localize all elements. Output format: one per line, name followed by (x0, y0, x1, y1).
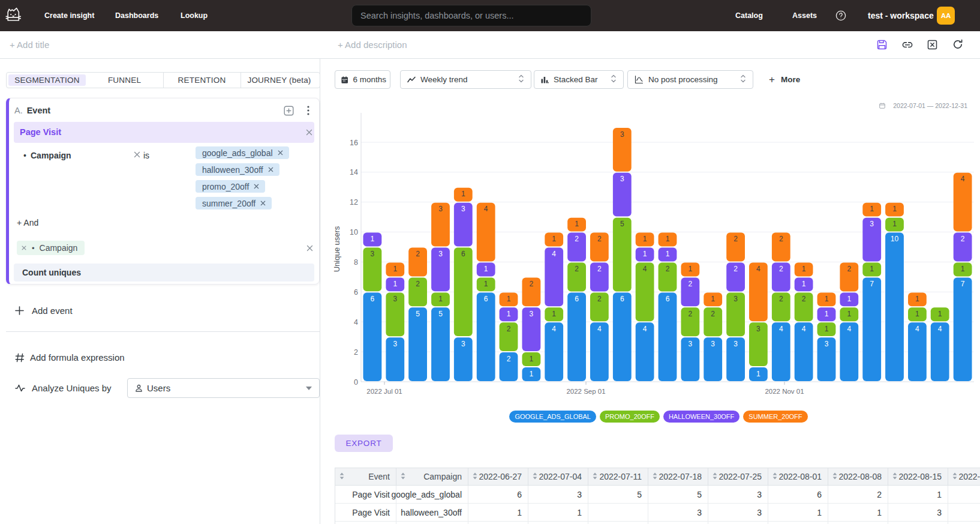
svg-text:2: 2 (597, 235, 602, 243)
svg-text:2: 2 (961, 235, 965, 243)
svg-text:4: 4 (643, 325, 647, 333)
svg-text:6: 6 (575, 295, 579, 303)
svg-text:1: 1 (825, 310, 829, 318)
svg-text:4: 4 (354, 318, 358, 327)
svg-text:1: 1 (643, 250, 647, 258)
svg-text:16: 16 (350, 139, 358, 147)
svg-text:1: 1 (666, 250, 670, 258)
svg-text:5: 5 (416, 310, 420, 318)
svg-text:1: 1 (575, 220, 579, 228)
svg-text:3: 3 (870, 220, 874, 228)
svg-text:1: 1 (802, 265, 806, 273)
svg-text:6: 6 (484, 295, 488, 303)
svg-text:1: 1 (847, 310, 851, 318)
svg-text:6: 6 (620, 295, 624, 303)
svg-text:2: 2 (847, 265, 851, 273)
svg-text:4: 4 (779, 325, 783, 333)
svg-text:2: 2 (734, 235, 738, 243)
svg-text:1: 1 (552, 235, 556, 243)
svg-text:2022 Nov 01: 2022 Nov 01 (765, 388, 804, 395)
svg-text:1: 1 (530, 370, 534, 378)
svg-text:1: 1 (461, 190, 465, 198)
svg-text:1: 1 (915, 310, 919, 318)
svg-text:4: 4 (552, 325, 556, 333)
svg-text:0: 0 (354, 378, 358, 387)
svg-text:1: 1 (484, 265, 488, 273)
svg-text:2: 2 (597, 265, 602, 273)
svg-text:1: 1 (938, 310, 942, 318)
svg-text:1: 1 (802, 280, 806, 288)
svg-text:3: 3 (620, 175, 624, 183)
svg-text:1: 1 (393, 280, 397, 288)
svg-text:2: 2 (507, 355, 511, 363)
svg-text:1: 1 (825, 325, 829, 333)
svg-text:6: 6 (371, 295, 375, 303)
svg-text:2: 2 (575, 265, 579, 273)
svg-text:3: 3 (756, 325, 760, 333)
svg-text:3: 3 (689, 340, 693, 348)
svg-text:1: 1 (689, 265, 693, 273)
svg-text:1: 1 (484, 280, 488, 288)
svg-text:1: 1 (892, 205, 897, 213)
svg-text:1: 1 (371, 235, 375, 243)
svg-text:10: 10 (350, 228, 358, 236)
svg-text:3: 3 (461, 340, 465, 348)
svg-text:3: 3 (438, 205, 443, 213)
svg-text:1: 1 (756, 370, 760, 378)
svg-text:Unique users: Unique users (332, 226, 341, 272)
svg-text:1: 1 (892, 220, 897, 228)
svg-text:1: 1 (507, 295, 511, 303)
svg-text:2: 2 (779, 235, 783, 243)
svg-text:3: 3 (620, 130, 624, 139)
svg-text:2: 2 (779, 295, 783, 303)
svg-text:2: 2 (711, 310, 715, 318)
svg-text:3: 3 (734, 295, 738, 303)
svg-text:3: 3 (734, 340, 738, 348)
svg-text:3: 3 (530, 310, 534, 318)
svg-text:3: 3 (371, 250, 375, 258)
svg-text:1: 1 (643, 235, 647, 243)
svg-text:4: 4 (802, 325, 806, 333)
svg-text:2: 2 (507, 325, 511, 333)
svg-text:2: 2 (689, 310, 693, 318)
svg-text:1: 1 (847, 295, 851, 303)
svg-text:2: 2 (416, 250, 420, 258)
svg-text:1: 1 (711, 295, 715, 303)
svg-text:4: 4 (597, 325, 602, 333)
svg-text:1: 1 (870, 265, 874, 273)
svg-text:4: 4 (938, 325, 942, 333)
svg-text:6: 6 (666, 295, 670, 303)
svg-text:1: 1 (961, 265, 965, 273)
svg-text:2: 2 (597, 295, 602, 303)
svg-text:1: 1 (825, 295, 829, 303)
svg-text:2: 2 (802, 295, 806, 303)
svg-text:3: 3 (438, 250, 443, 258)
svg-text:7: 7 (870, 280, 874, 288)
svg-text:1: 1 (438, 295, 443, 303)
svg-text:4: 4 (961, 175, 965, 183)
svg-text:8: 8 (354, 258, 358, 267)
svg-text:2: 2 (354, 348, 358, 357)
svg-text:6: 6 (461, 250, 465, 258)
svg-text:3: 3 (393, 340, 397, 348)
svg-text:4: 4 (643, 265, 647, 273)
svg-text:4: 4 (847, 325, 851, 333)
svg-text:1: 1 (666, 235, 670, 243)
svg-text:14: 14 (350, 168, 358, 176)
svg-text:4: 4 (915, 325, 919, 333)
svg-text:3: 3 (825, 340, 829, 348)
svg-text:2: 2 (689, 280, 693, 288)
svg-text:3: 3 (461, 205, 465, 213)
svg-text:2: 2 (530, 280, 534, 288)
svg-text:10: 10 (891, 235, 899, 243)
svg-text:1: 1 (530, 355, 534, 363)
svg-text:2: 2 (666, 265, 670, 273)
svg-text:1: 1 (915, 295, 919, 303)
svg-text:2: 2 (779, 265, 783, 273)
svg-text:6: 6 (354, 288, 358, 297)
svg-text:1: 1 (552, 310, 556, 318)
svg-text:3: 3 (711, 340, 715, 348)
svg-text:4: 4 (484, 205, 488, 213)
svg-text:2: 2 (575, 235, 579, 243)
svg-text:5: 5 (620, 220, 624, 228)
